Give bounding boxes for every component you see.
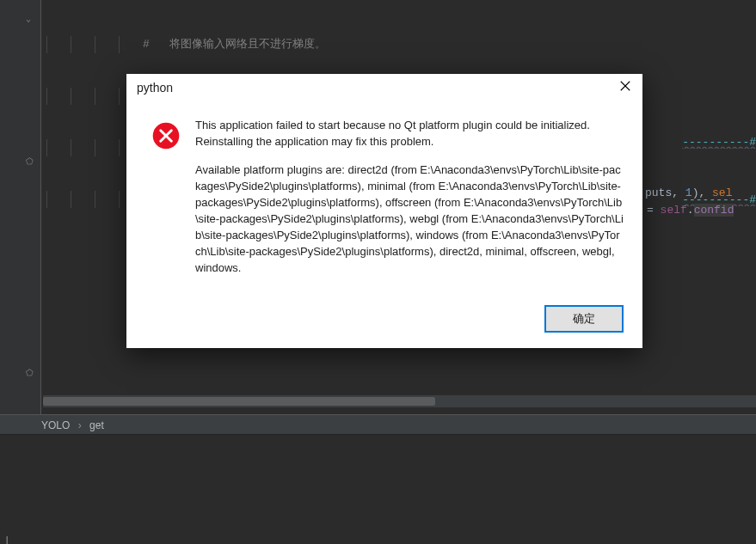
ok-button[interactable]: 确定 bbox=[544, 305, 624, 333]
dialog-main-text: This application failed to start because… bbox=[195, 117, 624, 150]
breadcrumb[interactable]: YOLO › get bbox=[0, 414, 756, 435]
code-comment: # 将图像输入网络且不进行梯度。 bbox=[143, 38, 326, 51]
terminal-panel[interactable]: | t predict result done. 61.15it/s] bbox=[0, 435, 756, 544]
error-icon bbox=[151, 120, 181, 288]
breadcrumb-item[interactable]: YOLO bbox=[41, 419, 70, 431]
chevron-right-icon: › bbox=[73, 419, 87, 431]
breadcrumb-item[interactable]: get bbox=[89, 419, 104, 431]
code-frag-right: = self.confid bbox=[647, 204, 734, 217]
dialog-detail-text: Available platform plugins are: direct2d… bbox=[195, 162, 624, 276]
bookmark-icon[interactable]: ⬠ bbox=[26, 156, 36, 167]
bookmark-icon[interactable]: ⬠ bbox=[26, 368, 36, 378]
fold-icon[interactable]: ⌄ bbox=[26, 14, 36, 24]
error-dialog: python This application failed to start … bbox=[126, 74, 642, 348]
code-frag-right: ----------# bbox=[642, 110, 756, 174]
code-frag-right: puts, 1), sel bbox=[645, 186, 732, 199]
close-icon bbox=[619, 80, 631, 92]
scrollbar-thumb[interactable] bbox=[43, 397, 435, 406]
dialog-title-text: python bbox=[137, 81, 173, 95]
dialog-titlebar: python bbox=[126, 74, 642, 101]
horizontal-scrollbar[interactable] bbox=[43, 395, 756, 407]
code-frag-right: ----------# bbox=[642, 168, 756, 232]
dialog-message: This application failed to start because… bbox=[195, 117, 624, 288]
close-button[interactable] bbox=[615, 79, 636, 100]
